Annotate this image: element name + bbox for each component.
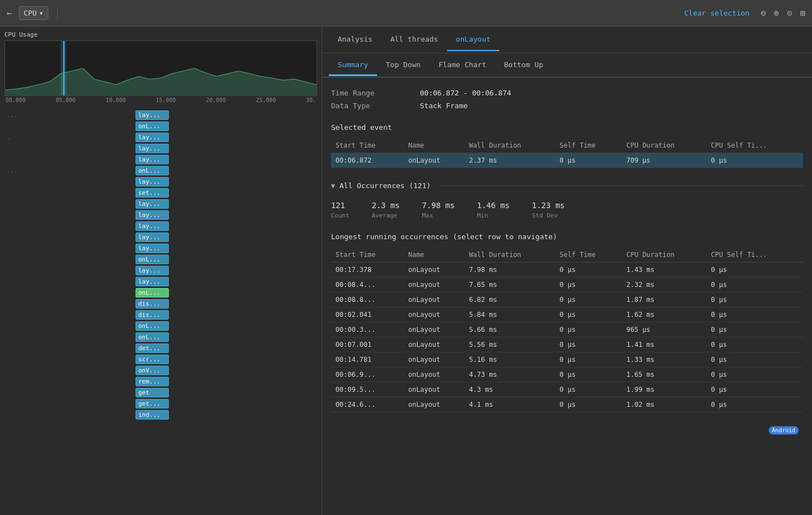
- plus-icon[interactable]: ⊕: [771, 7, 781, 19]
- tab-bottom-up[interactable]: Bottom Up: [495, 55, 552, 76]
- table-cell-5-1: onLayout: [404, 337, 464, 352]
- table-cell-4-3: 0 μs: [555, 322, 622, 337]
- main-layout: CPU Usage 00.000 05.000 10.000 15.000: [0, 27, 812, 515]
- table-row[interactable]: 00:07.001onLayout5.56 ms0 μs1.41 ms0 μs: [331, 337, 803, 352]
- clear-selection-button[interactable]: Clear selection: [684, 9, 749, 17]
- call-block-6[interactable]: lay...: [136, 177, 169, 186]
- call-block-18[interactable]: dis...: [136, 310, 169, 320]
- table-row[interactable]: 00:17.378onLayout7.98 ms0 μs1.43 ms0 μs: [331, 262, 803, 277]
- table-row[interactable]: 00:00.3...onLayout5.66 ms0 μs965 μs0 μs: [331, 322, 803, 337]
- table-cell-8-0: 00:09.5...: [331, 382, 404, 397]
- occurrences-section: ▼ All Occurrences (121) 121 Count 2.3 ms…: [331, 181, 803, 221]
- call-block-7[interactable]: set...: [136, 188, 169, 198]
- tab-onlayout[interactable]: onLayout: [447, 28, 500, 51]
- stat-average: 2.3 ms Average: [372, 201, 400, 219]
- table-cell-3-0: 00:02.041: [331, 307, 404, 322]
- call-block-22[interactable]: scr...: [136, 355, 169, 364]
- table-cell-0-5: 0 μs: [706, 262, 803, 277]
- grid-icon[interactable]: ⊞: [798, 7, 808, 19]
- android-badge: Android: [769, 426, 799, 435]
- table-cell-2-3: 0 μs: [555, 292, 622, 307]
- call-block-9[interactable]: lay...: [136, 210, 169, 220]
- call-block-21[interactable]: det...: [136, 344, 169, 353]
- call-block-1[interactable]: onL...: [136, 122, 169, 131]
- call-block-8[interactable]: lay...: [136, 199, 169, 209]
- table-cell-4-5: 0 μs: [706, 322, 803, 337]
- stat-std-dev-label: Std Dev: [532, 212, 565, 219]
- cpu-dropdown[interactable]: CPU ▾: [19, 6, 48, 20]
- table-cell-8-5: 0 μs: [706, 382, 803, 397]
- call-block-2[interactable]: lay...: [136, 133, 169, 142]
- stat-std-dev-value: 1.23 ms: [532, 201, 565, 210]
- table-cell-1-4: 2.32 ms: [622, 277, 706, 292]
- svg-marker-0: [5, 68, 317, 95]
- call-block-11[interactable]: lay...: [136, 233, 169, 242]
- call-block-25[interactable]: get: [136, 388, 169, 397]
- table-row[interactable]: 00:08.4...onLayout7.65 ms0 μs2.32 ms0 μs: [331, 277, 803, 292]
- call-block-0[interactable]: lay...: [136, 110, 169, 120]
- selected-event-title: Selected event: [331, 123, 803, 132]
- longest-table: Start Time Name Wall Duration Self Time …: [331, 248, 803, 412]
- table-row[interactable]: 00:08.8...onLayout6.82 ms0 μs1.87 ms0 μs: [331, 292, 803, 307]
- timeline-label-3: 15.000: [156, 97, 176, 103]
- col-self-time: Self Time: [555, 138, 622, 153]
- sel-wall-dur: 2.37 ms: [464, 153, 555, 168]
- call-row: lay...: [0, 209, 322, 220]
- tab-analysis[interactable]: Analysis: [329, 28, 382, 51]
- table-row[interactable]: 00:06.9...onLayout4.73 ms0 μs1.65 ms0 μs: [331, 367, 803, 382]
- table-cell-5-0: 00:07.001: [331, 337, 404, 352]
- table-row[interactable]: 00:02.041onLayout5.84 ms0 μs1.62 ms0 μs: [331, 307, 803, 322]
- longest-title: Longest running occurrences (select row …: [331, 233, 803, 241]
- table-cell-7-3: 0 μs: [555, 367, 622, 382]
- tab-summary[interactable]: Summary: [329, 55, 377, 76]
- table-cell-5-5: 0 μs: [706, 337, 803, 352]
- call-row: lay...: [0, 176, 322, 187]
- call-block-16[interactable]: onL...: [136, 288, 169, 297]
- minus-icon[interactable]: ⊖: [758, 7, 768, 19]
- call-block-4[interactable]: lay...: [136, 155, 169, 164]
- call-block-13[interactable]: onL...: [136, 255, 169, 264]
- table-cell-3-3: 0 μs: [555, 307, 622, 322]
- call-row: onL...: [0, 320, 322, 331]
- stat-min-label: Min: [477, 212, 510, 219]
- call-row: lay...: [0, 231, 322, 243]
- call-block-12[interactable]: lay...: [136, 244, 169, 253]
- tab-top-down[interactable]: Top Down: [377, 55, 430, 76]
- table-cell-4-4: 965 μs: [622, 322, 706, 337]
- selected-event-table: Start Time Name Wall Duration Self Time …: [331, 138, 803, 168]
- call-block-10[interactable]: lay...: [136, 221, 169, 231]
- content-area: Time Range 00:06.872 - 00:06.874 Data Ty…: [322, 78, 812, 515]
- table-cell-9-1: onLayout: [404, 397, 464, 412]
- selected-event-row[interactable]: 00:06.872 onLayout 2.37 ms 0 μs 709 μs 0…: [331, 153, 803, 168]
- call-block-26[interactable]: get...: [136, 399, 169, 408]
- sel-cpu-dur: 709 μs: [622, 153, 706, 168]
- col-wall-dur: Wall Duration: [464, 138, 555, 153]
- sel-name: onLayout: [404, 153, 464, 168]
- call-block-23[interactable]: onV...: [136, 366, 169, 375]
- call-block-14[interactable]: lay...: [136, 266, 169, 275]
- call-block-24[interactable]: rem...: [136, 377, 169, 386]
- call-row: onL...: [0, 254, 322, 265]
- table-cell-0-4: 1.43 ms: [622, 262, 706, 277]
- call-block-27[interactable]: ind...: [136, 410, 169, 420]
- call-block-19[interactable]: onL...: [136, 321, 169, 331]
- cpu-chart-svg: [5, 41, 317, 95]
- tab-all-threads[interactable]: All threads: [382, 28, 447, 51]
- tab-flame-chart[interactable]: Flame Chart: [429, 55, 495, 76]
- col-cpu-self: CPU Self Ti...: [706, 138, 803, 153]
- table-row[interactable]: 00:24.6...onLayout4.1 ms0 μs1.02 ms0 μs: [331, 397, 803, 412]
- call-row: get: [0, 387, 322, 398]
- call-block-20[interactable]: onL...: [136, 332, 169, 342]
- table-row[interactable]: 00:14.781onLayout5.16 ms0 μs1.33 ms0 μs: [331, 352, 803, 367]
- call-block-5[interactable]: onL...: [136, 166, 169, 175]
- call-block-17[interactable]: dis...: [136, 299, 169, 309]
- table-row[interactable]: 00:09.5...onLayout4.3 ms0 μs1.99 ms0 μs: [331, 382, 803, 397]
- right-panel: Analysis All threads onLayout Summary To…: [322, 27, 812, 515]
- call-block-3[interactable]: lay...: [136, 144, 169, 153]
- data-type-label: Data Type: [331, 102, 420, 110]
- call-block-15[interactable]: lay...: [136, 277, 169, 286]
- back-button[interactable]: ←: [4, 6, 14, 21]
- circle-icon[interactable]: ⊙: [785, 7, 795, 19]
- table-cell-2-5: 0 μs: [706, 292, 803, 307]
- cpu-chart[interactable]: [4, 41, 317, 96]
